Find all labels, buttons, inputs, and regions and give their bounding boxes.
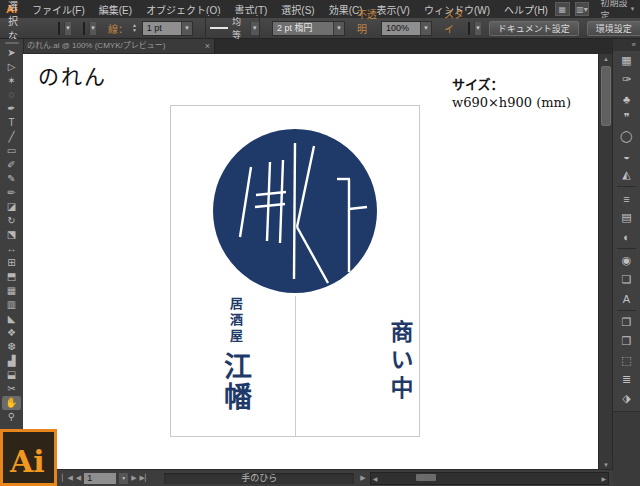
dock-separator[interactable] (617, 248, 636, 249)
previous-artboard-icon[interactable]: ◀ (76, 474, 81, 482)
scroll-up-icon[interactable]: ▲ (599, 56, 613, 62)
shop-type-text: 居酒屋 (228, 297, 243, 345)
menu-item[interactable]: 編集(E) (92, 0, 139, 19)
stroke-width-field[interactable]: 1 pt (143, 22, 181, 35)
stroke-profile-dropdown-icon[interactable]: ▼ (250, 22, 259, 35)
rotate-tool-icon[interactable]: ↻ (2, 214, 21, 228)
stroke-label[interactable]: 線： (108, 21, 128, 36)
brush-combo[interactable]: 2 pt 楕円 ▼ (272, 21, 345, 36)
graph-tool-icon[interactable]: ▟ (2, 354, 21, 368)
dock-separator[interactable] (617, 186, 636, 187)
tools-panel: ➤▷✶◌✒T╱▭✐✎✏◪↻⬔↔⊞⬒▦▥◣❖❆▟⬓✂✋⚲ (0, 39, 24, 470)
slice-tool-icon[interactable]: ✂ (2, 382, 21, 396)
transform-panel-icon[interactable]: ⬚ (616, 351, 637, 370)
stroke-width-stepper[interactable]: ▲▼ (132, 23, 137, 33)
document-tab[interactable]: のれん.ai @ 100% (CMYK/プレビュー) × (23, 39, 215, 53)
scroll-left-icon[interactable]: ◀ (373, 475, 378, 482)
shape-builder-tool-icon[interactable]: ⬒ (2, 270, 21, 284)
document-setup-button[interactable]: ドキュメント設定 (489, 21, 579, 36)
vertical-scrollbar[interactable]: ▲ ▼ (598, 54, 613, 470)
scroll-down-icon[interactable]: ▼ (599, 462, 613, 468)
dock-collapse-icon[interactable]: « (613, 39, 640, 51)
appearance-panel-icon[interactable]: ◉ (616, 251, 637, 270)
status-tool-display[interactable]: 手のひら (164, 473, 354, 484)
menu-item[interactable]: 選択(S) (274, 0, 321, 19)
artboard-canvas[interactable]: のれん サイズ： w690×h900 (mm) 居酒屋江幡 商い中 (23, 54, 599, 470)
stroke-panel-icon[interactable]: ≡ (616, 189, 637, 208)
symbol-sprayer-tool-icon[interactable]: ❆ (2, 340, 21, 354)
stroke-width-dropdown-icon[interactable]: ▼ (181, 22, 192, 35)
type-tool-icon[interactable]: T (2, 116, 21, 130)
menu-item[interactable]: ヘルプ(H) (497, 0, 555, 19)
first-artboard-icon[interactable]: ▏◀ (62, 474, 73, 482)
transparency-panel-icon[interactable]: ◐ (616, 227, 637, 246)
opacity-field[interactable]: 100% (382, 22, 420, 35)
horizontal-scrollbar[interactable]: ◀ ▶ (370, 472, 609, 485)
width-tool-icon[interactable]: ↔ (2, 242, 21, 256)
size-value-text: w690×h900 (mm) (452, 95, 571, 110)
opacity-dropdown-icon[interactable]: ▼ (420, 22, 431, 35)
pen-tool-icon[interactable]: ✒ (2, 102, 21, 116)
color-panel-icon[interactable]: ◒ (616, 146, 637, 165)
fill-color-swatch[interactable] (58, 22, 60, 35)
align-panel-icon[interactable]: ≣ (616, 370, 637, 389)
stroke-style-panel-icon[interactable]: ◯ (616, 127, 637, 146)
brushes-panel-icon[interactable]: ✑ (616, 70, 637, 89)
line-tool-icon[interactable]: ╱ (2, 130, 21, 144)
libraries-panel-icon[interactable]: ❒ (616, 332, 637, 351)
eraser-tool-icon[interactable]: ◪ (2, 200, 21, 214)
eyedropper-tool-icon[interactable]: ◣ (2, 312, 21, 326)
gradient-panel-icon[interactable]: ▤ (616, 208, 637, 227)
mesh-tool-icon[interactable]: ▦ (2, 284, 21, 298)
stroke-profile-combo[interactable]: 均等 ▼ (205, 14, 260, 42)
color-guide-panel-icon[interactable]: ◭ (616, 165, 637, 184)
rectangle-tool-icon[interactable]: ▭ (2, 144, 21, 158)
magic-wand-tool-icon[interactable]: ✶ (2, 74, 21, 88)
tools-panel-grip[interactable] (5, 42, 19, 44)
style-dropdown-icon[interactable]: ▼ (474, 22, 481, 35)
pencil-tool-icon[interactable]: ✎ (2, 172, 21, 186)
fill-color-dropdown-icon[interactable]: ▼ (64, 22, 71, 35)
brush-dropdown-icon[interactable]: ▼ (333, 22, 344, 35)
scroll-right-icon[interactable]: ▶ (601, 475, 606, 482)
artboard-tool-icon[interactable]: ⬓ (2, 368, 21, 382)
horizontal-scrollbar-thumb[interactable] (416, 474, 436, 481)
preferences-button[interactable]: 環境設定 (587, 21, 640, 36)
dock-separator[interactable] (617, 310, 636, 311)
direct-selection-tool-icon[interactable]: ▷ (2, 60, 21, 74)
bridge-icon[interactable]: ▦ (555, 2, 570, 16)
pathfinder-panel-icon[interactable]: ⬗ (616, 389, 637, 408)
tab-close-icon[interactable]: × (205, 39, 210, 53)
artboard-number-field[interactable]: 1 (84, 473, 116, 484)
stroke-color-dropdown-icon[interactable]: ▼ (89, 22, 96, 35)
blob-brush-tool-icon[interactable]: ✏ (2, 186, 21, 200)
tool-list: ➤▷✶◌✒T╱▭✐✎✏◪↻⬔↔⊞⬒▦▥◣❖❆▟⬓✂✋⚲ (2, 46, 21, 424)
hand-tool-icon[interactable]: ✋ (2, 396, 21, 410)
document-tab-title: のれん.ai @ 100% (CMYK/プレビュー) (27, 39, 202, 53)
lasso-tool-icon[interactable]: ◌ (2, 88, 21, 102)
dock-panel-list: ▦✑♣❞◯◒◭≡▤◐◉❏A❐❒⬚≣⬗ (613, 51, 640, 408)
perspective-grid-tool-icon[interactable]: ⊞ (2, 256, 21, 270)
status-bar: ▏◀ ◀ 1 ▼ ▶ ▶▏ 手のひら ▶ ◀ ▶ (0, 469, 613, 486)
vertical-scrollbar-thumb[interactable] (601, 66, 611, 126)
arrange-documents-icon[interactable]: ▥▾ (575, 2, 590, 16)
status-menu-icon[interactable]: ▶ (360, 474, 365, 482)
graphic-styles-panel-icon[interactable]: ❏ (616, 270, 637, 289)
character-panel-icon[interactable]: A (616, 289, 637, 308)
artboard-dropdown-icon[interactable]: ▼ (119, 473, 128, 484)
layers-panel-icon[interactable]: ❐ (616, 313, 637, 332)
swatches-panel-icon[interactable]: ▦ (616, 51, 637, 70)
paintbrush-tool-icon[interactable]: ✐ (2, 158, 21, 172)
zoom-tool-icon[interactable]: ⚲ (2, 410, 21, 424)
selection-tool-icon[interactable]: ➤ (2, 46, 21, 60)
stroke-color-swatch[interactable] (83, 22, 85, 35)
scale-tool-icon[interactable]: ⬔ (2, 228, 21, 242)
last-artboard-icon[interactable]: ▶▏ (140, 474, 151, 482)
style-swatch[interactable] (468, 22, 470, 35)
symbols-panel-icon[interactable]: ♣ (616, 89, 637, 108)
menu-item[interactable]: ファイル(F) (25, 0, 92, 19)
blend-tool-icon[interactable]: ❖ (2, 326, 21, 340)
next-artboard-icon[interactable]: ▶ (131, 474, 136, 482)
gradient-tool-icon[interactable]: ▥ (2, 298, 21, 312)
comment-panel-icon[interactable]: ❞ (616, 108, 637, 127)
